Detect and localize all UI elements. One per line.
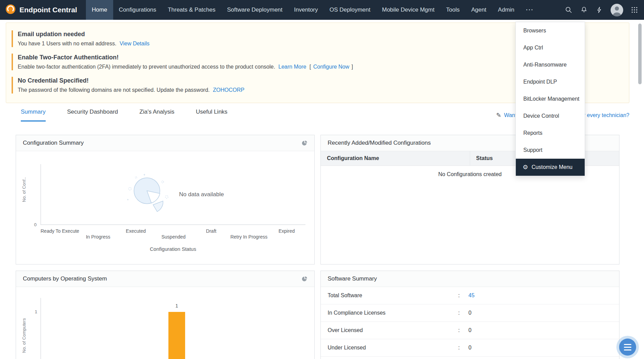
customize-menu-label: Customize Menu <box>531 164 572 170</box>
pencil-icon[interactable]: ✎ <box>496 112 501 119</box>
alert-text: The password of the following domains ar… <box>18 87 210 93</box>
row-value: 0 <box>468 327 471 333</box>
nav-utilities <box>565 0 644 20</box>
row-colon: : <box>458 345 468 351</box>
software-row-total: Total Software : 45 <box>321 287 619 304</box>
endpoint-central-dashboard: Endpoint Central Home Configurations Thr… <box>0 0 644 359</box>
tab-summary[interactable]: Summary <box>21 109 46 121</box>
hamburger-icon <box>624 344 631 345</box>
customize-menu-item[interactable]: ⚙ Customize Menu <box>516 159 585 176</box>
tab-security-dashboard[interactable]: Security Dashboard <box>67 109 118 121</box>
menu-item-device-control[interactable]: Device Control <box>516 107 585 125</box>
chart-body: No. of Conf.. 0 <box>16 151 314 264</box>
nav-item-tools[interactable]: Tools <box>440 0 465 20</box>
column-header-configuration-name: Configuration Name <box>321 151 470 166</box>
x-axis-title: Configuration Status <box>41 246 305 252</box>
row-value: 0 <box>468 310 471 316</box>
learn-more-link[interactable]: Learn More <box>279 64 306 70</box>
user-avatar[interactable] <box>611 4 623 16</box>
nav-item-agent[interactable]: Agent <box>465 0 492 20</box>
row-colon: : <box>458 310 468 316</box>
card-header: Configuration Summary <box>16 135 314 151</box>
no-data-text: No data available <box>179 191 224 198</box>
y-axis-label: No. of Computers <box>21 287 27 359</box>
gear-icon: ⚙ <box>523 163 528 171</box>
menu-item-app-ctrl[interactable]: App Ctrl <box>516 39 585 56</box>
menu-item-support[interactable]: Support <box>516 142 585 159</box>
more-menu-dropdown: Browsers App Ctrl Anti-Ransomware Endpoi… <box>515 22 585 176</box>
menu-item-endpoint-dlp[interactable]: Endpoint DLP <box>516 73 585 90</box>
main-menu: Home Configurations Threats & Patches So… <box>86 0 540 20</box>
plot-area: 1 1 <box>41 298 305 359</box>
row-label: In Compliance Licenses <box>328 310 458 316</box>
pie-chart-toggle-icon[interactable] <box>302 140 308 146</box>
vertical-scrollbar-thumb[interactable] <box>638 24 642 84</box>
notifications-bell-icon[interactable] <box>580 6 588 14</box>
row-label: Over Licensed <box>328 327 458 333</box>
endpoint-central-logo-icon <box>5 4 16 16</box>
configure-now-link[interactable]: Configure Now <box>313 64 349 70</box>
top-nav: Endpoint Central Home Configurations Thr… <box>0 0 644 20</box>
bar-value-label: 1 <box>168 303 185 308</box>
nav-item-configurations[interactable]: Configurations <box>113 0 162 20</box>
row-label: Under Licensed <box>328 345 458 351</box>
row-colon: : <box>458 327 468 333</box>
nav-item-software-deployment[interactable]: Software Deployment <box>221 0 288 20</box>
chart-body: No. of Computers 1 1 <box>16 287 314 359</box>
card-title: Recently Added/Modified Configurations <box>328 140 431 146</box>
nav-item-more[interactable]: ··· <box>520 0 540 20</box>
search-icon[interactable] <box>565 6 573 14</box>
card-title: Configuration Summary <box>23 140 84 146</box>
software-row-over-licensed: Over Licensed : 0 <box>321 322 619 339</box>
card-computers-by-os: Computers by Operating System No. of Com… <box>16 271 315 359</box>
x-tick-expired: Expired <box>268 228 305 234</box>
nav-item-threats-patches[interactable]: Threats & Patches <box>162 0 221 20</box>
row-value: 0 <box>468 345 471 351</box>
row-label: Total Software <box>328 292 458 299</box>
x-tick-suspended: Suspended <box>155 234 193 240</box>
nav-item-inventory[interactable]: Inventory <box>288 0 324 20</box>
floating-menu-button[interactable] <box>619 339 636 356</box>
y-axis-tick: 1 <box>35 309 37 314</box>
nav-item-os-deployment[interactable]: OS Deployment <box>324 0 376 20</box>
card-configuration-summary: Configuration Summary No. of Conf.. 0 <box>16 135 315 264</box>
x-tick-executed: Executed <box>117 228 155 234</box>
menu-item-reports[interactable]: Reports <box>516 125 585 142</box>
zohocorp-link[interactable]: ZOHOCORP <box>213 87 244 93</box>
card-title: Software Summary <box>328 275 377 282</box>
tab-useful-links[interactable]: Useful Links <box>196 109 228 121</box>
bracket-close: ] <box>351 64 353 70</box>
pie-chart-toggle-icon[interactable] <box>302 276 308 282</box>
x-tick-ready-to-execute: Ready To Execute <box>41 228 79 234</box>
empty-pie-illustration <box>122 173 174 216</box>
brand-title: Endpoint Central <box>19 6 77 14</box>
card-header: Computers by Operating System <box>16 271 314 287</box>
x-axis-tick-labels: Ready To Execute In Progress Executed Su… <box>41 228 305 234</box>
view-details-link[interactable]: View Details <box>120 41 150 46</box>
x-tick-in-progress: In Progress <box>79 234 117 240</box>
nav-item-admin[interactable]: Admin <box>492 0 520 20</box>
tab-zias-analysis[interactable]: Zia's Analysis <box>139 109 174 121</box>
software-row-in-compliance: In Compliance Licenses : 0 <box>321 304 619 322</box>
menu-item-anti-ransomware[interactable]: Anti-Ransomware <box>516 56 585 73</box>
y-axis-label: No. of Conf.. <box>21 155 27 225</box>
empty-state: No data available <box>41 164 305 225</box>
bracket-open: [ <box>310 64 311 70</box>
menu-item-bitlocker-management[interactable]: BitLocker Management <box>516 90 585 107</box>
alert-text: Enable two-factor authentication (2FA) i… <box>18 64 275 70</box>
nav-item-mobile-device-mgmt[interactable]: Mobile Device Mgmt <box>376 0 440 20</box>
row-colon: : <box>458 292 468 299</box>
menu-item-browsers[interactable]: Browsers <box>516 22 585 39</box>
x-tick-draft: Draft <box>192 228 230 234</box>
nav-item-home[interactable]: Home <box>86 0 113 20</box>
y-axis-tick: 0 <box>34 222 36 227</box>
software-row-under-licensed: Under Licensed : 0 <box>321 339 619 357</box>
brand[interactable]: Endpoint Central <box>0 0 86 20</box>
alert-text: You have 1 Users with no email address. <box>18 41 116 46</box>
dashboard-tabs: Summary Security Dashboard Zia's Analysi… <box>21 109 227 121</box>
apps-grid-icon[interactable] <box>630 6 639 14</box>
plot-area: 0 <box>41 164 305 225</box>
total-software-value-link[interactable]: 45 <box>468 292 475 299</box>
card-title: Computers by Operating System <box>23 275 107 282</box>
quick-actions-bolt-icon[interactable] <box>595 6 603 14</box>
